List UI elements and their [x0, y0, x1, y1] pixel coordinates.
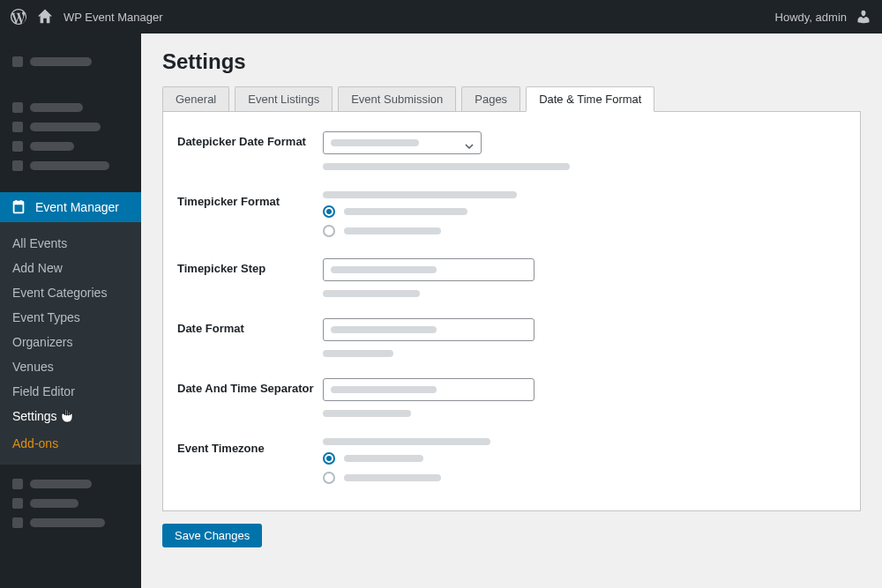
- field-label: Event Timezone: [177, 438, 323, 484]
- submenu-item-venues[interactable]: Venues: [0, 354, 141, 379]
- sidebar-placeholder-group: [0, 465, 141, 549]
- description-placeholder: [323, 163, 570, 170]
- sidebar-active-label: Event Manager: [35, 200, 119, 214]
- sidebar-submenu: All EventsAdd NewEvent CategoriesEvent T…: [0, 222, 141, 465]
- datepicker-select[interactable]: [323, 131, 482, 154]
- sidebar-placeholder-item: [12, 141, 129, 152]
- tab-pages[interactable]: Pages: [461, 86, 520, 111]
- toolbar-left: WP Event Manager: [11, 9, 162, 25]
- field-label: Timepicker Format: [177, 191, 323, 237]
- radio-option-2[interactable]: [323, 225, 846, 237]
- description-placeholder: [323, 438, 490, 445]
- site-title[interactable]: WP Event Manager: [64, 11, 162, 24]
- tab-event-submission[interactable]: Event Submission: [338, 86, 456, 111]
- submenu-item-add-new[interactable]: Add New: [0, 256, 141, 280]
- sidebar-placeholder-item: [12, 56, 129, 67]
- radio-unselected-icon: [323, 472, 335, 484]
- radio-option-1[interactable]: [323, 452, 846, 465]
- layout: Event Manager All EventsAdd NewEvent Cat…: [0, 33, 882, 588]
- calendar-icon: [11, 199, 26, 215]
- radio-selected-icon: [323, 452, 335, 465]
- field-event-timezone: Event Timezone: [177, 431, 846, 498]
- submenu-item-event-categories[interactable]: Event Categories: [0, 280, 141, 305]
- field-label: Date And Time Separator: [177, 378, 323, 417]
- field-body: [323, 258, 846, 297]
- cursor-pointer-icon: [61, 409, 73, 426]
- radio-label-placeholder: [344, 455, 423, 462]
- toolbar-right: Howdy, admin: [775, 9, 871, 25]
- field-body: [323, 378, 846, 417]
- admin-toolbar: WP Event Manager Howdy, admin: [0, 0, 882, 33]
- sidebar-placeholder-item: [12, 102, 129, 113]
- sidebar-placeholder-item: [12, 517, 129, 528]
- tab-general[interactable]: General: [162, 86, 229, 111]
- submenu-item-event-types[interactable]: Event Types: [0, 305, 141, 330]
- radio-unselected-icon: [323, 225, 335, 237]
- sidebar-placeholder-group: [0, 42, 141, 88]
- field-timepicker-format: Timepicker Format: [177, 184, 846, 251]
- settings-panel: Datepicker Date Format Timepicker Format: [162, 112, 861, 511]
- date-format-input[interactable]: [323, 318, 534, 341]
- field-label: Datepicker Date Format: [177, 131, 323, 170]
- radio-label-placeholder: [344, 227, 441, 234]
- radio-option-1[interactable]: [323, 205, 846, 218]
- submenu-item-all-events[interactable]: All Events: [0, 231, 141, 256]
- user-avatar-icon[interactable]: [856, 9, 871, 25]
- field-body: [323, 438, 846, 484]
- field-label: Timepicker Step: [177, 258, 323, 297]
- sidebar-placeholder-item: [12, 479, 129, 489]
- field-body: [323, 131, 846, 170]
- submenu-item-add-ons[interactable]: Add-ons: [0, 431, 141, 456]
- field-body: [323, 191, 846, 237]
- sidebar-placeholder-item: [12, 498, 129, 509]
- chevron-down-icon: [465, 138, 474, 147]
- field-date-format: Date Format: [177, 311, 846, 371]
- tab-date-time-format[interactable]: Date & Time Format: [526, 86, 654, 112]
- sidebar-item-event-manager[interactable]: Event Manager: [0, 192, 141, 222]
- tab-event-listings[interactable]: Event Listings: [235, 86, 333, 111]
- radio-selected-icon: [323, 205, 335, 218]
- description-placeholder: [323, 410, 411, 417]
- page-title: Settings: [162, 49, 861, 74]
- radio-option-2[interactable]: [323, 472, 846, 484]
- admin-sidebar: Event Manager All EventsAdd NewEvent Cat…: [0, 33, 141, 588]
- howdy-text[interactable]: Howdy, admin: [775, 11, 847, 24]
- save-changes-button[interactable]: Save Changes: [162, 524, 262, 547]
- date-time-separator-input[interactable]: [323, 378, 534, 401]
- sidebar-placeholder-group: [0, 88, 141, 192]
- radio-label-placeholder: [344, 208, 467, 215]
- settings-tabs: GeneralEvent ListingsEvent SubmissionPag…: [162, 86, 861, 112]
- active-notch: [141, 200, 148, 214]
- field-body: [323, 318, 846, 357]
- submenu-item-field-editor[interactable]: Field Editor: [0, 379, 141, 404]
- timepicker-step-input[interactable]: [323, 258, 534, 281]
- description-placeholder: [323, 350, 393, 357]
- field-label: Date Format: [177, 318, 323, 357]
- placeholder-bar: [331, 139, 419, 146]
- sidebar-placeholder-item: [12, 160, 129, 171]
- description-placeholder: [323, 290, 420, 297]
- sidebar-placeholder-item: [12, 122, 129, 132]
- submenu-item-settings[interactable]: Settings: [0, 404, 141, 431]
- radio-label-placeholder: [344, 474, 441, 481]
- content-area: Settings GeneralEvent ListingsEvent Subm…: [141, 33, 882, 588]
- field-date-time-separator: Date And Time Separator: [177, 371, 846, 431]
- field-timepicker-step: Timepicker Step: [177, 251, 846, 311]
- submenu-item-organizers[interactable]: Organizers: [0, 330, 141, 354]
- home-icon[interactable]: [37, 9, 53, 25]
- wordpress-logo-icon[interactable]: [11, 9, 26, 25]
- description-placeholder: [323, 191, 517, 198]
- field-datepicker-format: Datepicker Date Format: [177, 124, 846, 184]
